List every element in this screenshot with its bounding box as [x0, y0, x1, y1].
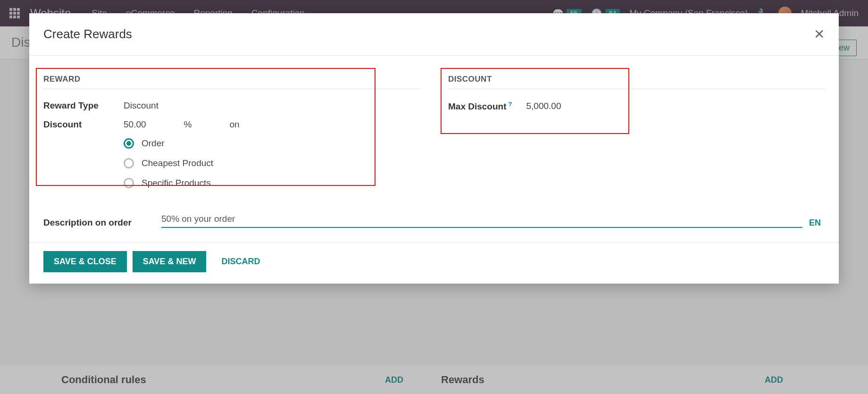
radio-order[interactable]: Order — [124, 138, 420, 149]
discount-amount[interactable]: 50.00 — [124, 119, 146, 130]
radio-order-label: Order — [142, 138, 165, 149]
max-discount-label: Max Discount? — [448, 101, 512, 112]
radio-specific-label: Specific Products — [142, 178, 211, 188]
create-rewards-modal: Create Rewards ✕ REWARD Reward Type Disc… — [29, 13, 839, 284]
language-button[interactable]: EN — [805, 218, 825, 228]
discard-button[interactable]: DISCARD — [212, 251, 269, 272]
reward-section: REWARD Reward Type Discount Discount 50.… — [43, 75, 420, 198]
discount-on: on — [229, 119, 239, 130]
discount-section-title: DISCOUNT — [448, 75, 825, 89]
description-label: Description on order — [43, 218, 161, 228]
radio-specific-products[interactable]: Specific Products — [124, 178, 420, 188]
radio-icon — [124, 138, 134, 149]
modal-footer: SAVE & CLOSE SAVE & NEW DISCARD — [29, 242, 839, 284]
save-new-button[interactable]: SAVE & NEW — [133, 251, 207, 272]
close-icon[interactable]: ✕ — [814, 26, 825, 42]
help-icon[interactable]: ? — [509, 101, 512, 108]
discount-section: DISCOUNT Max Discount? 5,000.00 — [448, 75, 825, 198]
radio-icon — [124, 178, 134, 188]
discount-unit[interactable]: % — [184, 119, 192, 130]
reward-section-title: REWARD — [43, 75, 420, 89]
radio-icon — [124, 158, 134, 168]
radio-cheapest-product[interactable]: Cheapest Product — [124, 158, 420, 168]
modal-title: Create Rewards — [43, 27, 132, 42]
reward-type-value[interactable]: Discount — [124, 101, 159, 111]
modal-header: Create Rewards ✕ — [29, 13, 839, 56]
max-discount-value[interactable]: 5,000.00 — [526, 101, 561, 111]
discount-label: Discount — [43, 119, 124, 130]
description-input[interactable] — [161, 212, 802, 228]
discount-target-radios: Order Cheapest Product Specific Products — [124, 138, 420, 188]
save-close-button[interactable]: SAVE & CLOSE — [43, 251, 127, 272]
reward-type-label: Reward Type — [43, 101, 124, 111]
radio-cheapest-label: Cheapest Product — [142, 158, 213, 168]
